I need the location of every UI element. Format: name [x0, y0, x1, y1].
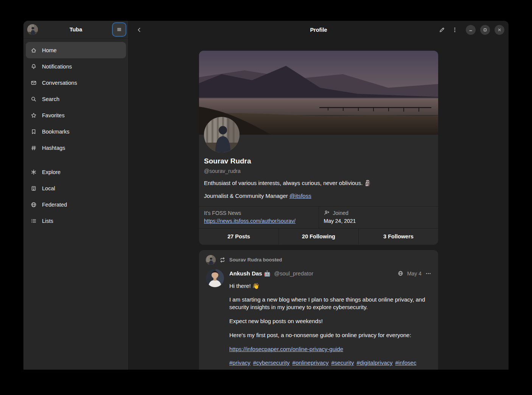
visibility-globe-icon — [398, 271, 403, 276]
sidebar-item-label: Search — [42, 96, 59, 102]
boost-note: Sourav Rudra boosted — [229, 257, 282, 263]
sidebar-item-label: Favorites — [42, 112, 65, 118]
pencil-icon — [439, 27, 445, 33]
hashtag-link[interactable]: #onlineprivacy — [292, 359, 329, 366]
account-avatar[interactable] — [27, 24, 38, 35]
sidebar-item-search[interactable]: Search — [26, 91, 126, 107]
sidebar-item-notifications[interactable]: Notifications — [26, 58, 126, 75]
profile-avatar[interactable] — [204, 117, 240, 152]
sidebar-item-label: Conversations — [42, 80, 77, 86]
post-author-line: Ankush Das 🤖 @soul_predator May 4 — [229, 269, 431, 277]
minimize-button[interactable] — [466, 25, 476, 35]
bell-icon — [31, 64, 37, 70]
hashtag-link[interactable]: #cybersecurity — [253, 359, 290, 366]
hashtag-link[interactable]: #digitalprivacy — [356, 359, 392, 366]
post-paragraph: I am starting a new blog where I plan to… — [229, 296, 431, 311]
close-icon — [497, 27, 502, 33]
sidebar-item-lists[interactable]: Lists — [26, 213, 126, 229]
profile-field-joined: Joined May 24, 2021 — [319, 207, 439, 228]
sidebar-item-bookmarks[interactable]: Bookmarks — [26, 123, 126, 140]
sidebar-item-explore[interactable]: Explore — [26, 164, 126, 180]
post-author-avatar[interactable] — [206, 269, 224, 287]
profile-handle: @sourav_rudra — [204, 168, 433, 174]
profile-bio-line2: Journalist & Community Manager @itsfoss — [204, 192, 433, 200]
profile-fields: It's FOSS News https://news.itsfoss.com/… — [199, 206, 438, 228]
sidebar-item-hashtags[interactable]: Hashtags — [26, 140, 126, 156]
maximize-button[interactable] — [480, 25, 490, 35]
scroll-area[interactable]: Sourav Rudra @sourav_rudra Enthusiast of… — [129, 39, 509, 370]
sidebar-header: Tuba — [23, 21, 128, 39]
back-button[interactable] — [133, 23, 146, 36]
profile-field-website: It's FOSS News https://news.itsfoss.com/… — [199, 207, 319, 228]
hamburger-icon — [116, 26, 122, 33]
sidebar-item-label: Lists — [42, 218, 53, 224]
profile-stats: 27 Posts 20 Following 3 Followers — [199, 228, 438, 245]
sidebar-item-label: Hashtags — [42, 145, 65, 151]
sidebar-item-label: Bookmarks — [42, 129, 70, 135]
post-date[interactable]: May 4 — [407, 271, 422, 277]
joined-label: Joined — [333, 210, 348, 216]
hashtag-link[interactable]: #privacy — [229, 359, 250, 366]
bookmark-icon — [31, 129, 37, 135]
stat-posts[interactable]: 27 Posts — [199, 229, 278, 245]
joined-date: May 24, 2021 — [324, 218, 434, 224]
sidebar-nav: Home Notifications Conversations Search … — [23, 39, 128, 229]
list-icon — [31, 218, 37, 224]
building-icon — [31, 185, 37, 191]
explore-icon — [31, 169, 37, 175]
post-body: Ankush Das 🤖 @soul_predator May 4 Hi the… — [229, 269, 431, 370]
menu-button[interactable] — [113, 23, 126, 36]
sidebar-item-federated[interactable]: Federated — [26, 196, 126, 213]
bio-text: Journalist & Community Manager — [204, 193, 289, 199]
sidebar-item-label: Notifications — [42, 64, 72, 70]
sidebar-section-gap — [26, 156, 126, 164]
star-icon — [31, 112, 37, 118]
minimize-icon — [468, 27, 473, 33]
app-window: Tuba Home Notifications Conversations — [23, 21, 509, 370]
person-add-icon — [324, 210, 330, 216]
boost-icon — [219, 257, 226, 263]
stat-followers[interactable]: 3 Followers — [358, 229, 438, 245]
post-paragraph: Here's my first post, a no-nonsense guid… — [229, 331, 431, 339]
sidebar-item-label: Local — [42, 185, 55, 191]
kebab-menu-icon — [452, 27, 458, 33]
stat-following[interactable]: 20 Following — [278, 229, 358, 245]
sidebar-item-home[interactable]: Home — [26, 42, 126, 58]
post-options-icon[interactable] — [425, 271, 431, 277]
boost-row: Sourav Rudra boosted — [206, 255, 431, 265]
profile-banner-image — [199, 51, 438, 135]
field-label: It's FOSS News — [204, 210, 314, 216]
main-menu-button[interactable] — [448, 23, 461, 36]
close-button[interactable] — [495, 25, 504, 35]
maximize-icon — [482, 27, 488, 33]
main-pane: Profile — [129, 21, 509, 370]
compose-button[interactable] — [436, 23, 448, 36]
hashtag-row: #privacy #cybersecurity #onlineprivacy #… — [229, 359, 431, 366]
home-icon — [31, 47, 37, 53]
post-author-handle: @soul_predator — [274, 271, 313, 277]
booster-avatar[interactable] — [206, 255, 216, 265]
post-main: Ankush Das 🤖 @soul_predator May 4 Hi the… — [206, 269, 431, 370]
chevron-left-icon — [136, 27, 142, 33]
hashtag-link[interactable]: #security — [331, 359, 354, 366]
sidebar-item-conversations[interactable]: Conversations — [26, 75, 126, 91]
post-author-name[interactable]: Ankush Das 🤖 — [229, 270, 271, 277]
sidebar: Tuba Home Notifications Conversations — [23, 21, 129, 370]
mention-link[interactable]: @itsfoss — [289, 193, 311, 199]
sidebar-item-label: Explore — [42, 169, 61, 175]
sidebar-item-label: Federated — [42, 202, 67, 208]
website-link[interactable]: https://news.itsfoss.com/author/sourav/ — [204, 218, 296, 224]
sidebar-item-label: Home — [42, 47, 57, 53]
post-link[interactable]: https://infosecpaper.com/online-privacy-… — [229, 346, 343, 352]
hashtag-link[interactable]: #infosec — [395, 359, 417, 366]
sidebar-item-local[interactable]: Local — [26, 180, 126, 196]
main-headerbar: Profile — [129, 21, 509, 39]
post-paragraph: Expect new blog posts on weekends! — [229, 317, 431, 325]
sidebar-item-favorites[interactable]: Favorites — [26, 107, 126, 123]
profile-bio-line1: Enthusiast of various interests, always … — [204, 179, 433, 187]
search-icon — [31, 96, 37, 102]
post-card: Sourav Rudra boosted Ankush Das 🤖 @soul_… — [199, 250, 438, 370]
header-actions — [436, 23, 504, 36]
profile-display-name: Sourav Rudra — [204, 157, 433, 165]
globe-icon — [31, 202, 37, 208]
